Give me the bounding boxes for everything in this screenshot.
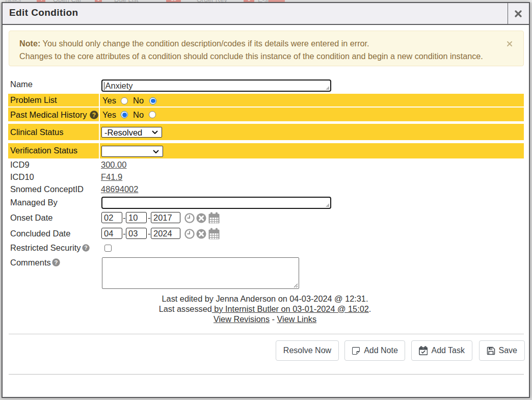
svg-text:?: ?	[55, 259, 58, 265]
svg-text:?: ?	[92, 111, 95, 118]
svg-text:?: ?	[84, 245, 87, 251]
